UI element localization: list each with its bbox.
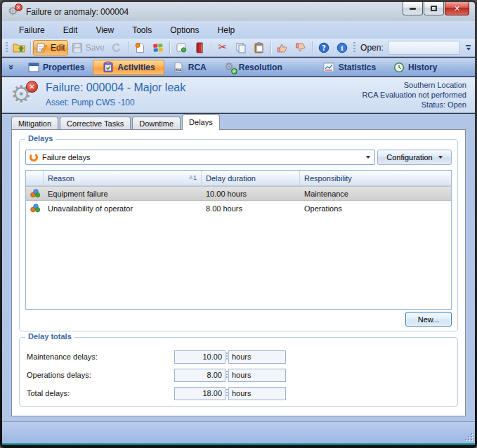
approve-button[interactable] — [273, 40, 292, 55]
column-header-reason[interactable]: Reason ▲ 1 — [44, 171, 202, 185]
close-icon: ✕ — [454, 4, 460, 13]
subtab-downtime[interactable]: Downtime — [132, 117, 181, 130]
subtab-mitigation[interactable]: Mitigation — [11, 117, 58, 130]
tab-statistics[interactable]: Statistics — [315, 60, 384, 75]
tab-resolution[interactable]: ⚙ ✔ Resolution — [215, 60, 291, 75]
close-button[interactable]: ✕ — [445, 2, 469, 15]
navigate-back-button[interactable] — [10, 40, 28, 55]
open-label: Open: — [360, 43, 384, 53]
record-location: Southern Location — [362, 80, 466, 90]
delay-totals-group-label: Delay totals — [25, 332, 74, 341]
responsibility-header-label: Responsibility — [304, 174, 352, 183]
combo-arrow-icon — [366, 156, 370, 159]
note-icon — [175, 41, 188, 53]
maximize-button[interactable] — [424, 2, 444, 15]
new-button[interactable]: New... — [405, 312, 452, 327]
svg-text:?: ? — [322, 44, 326, 51]
reject-button[interactable] — [292, 40, 310, 55]
toolbar-grip[interactable] — [353, 42, 355, 53]
refresh-button[interactable] — [107, 40, 126, 55]
failure-gear-icon-large: ⚙ ✕ — [11, 82, 37, 109]
help-button[interactable]: ? — [315, 40, 333, 55]
total-delays-label: Total delays: — [27, 389, 174, 397]
tab-history-label: History — [408, 62, 437, 72]
column-header-responsibility[interactable]: Responsibility — [300, 171, 451, 185]
open-combobox[interactable] — [388, 41, 460, 55]
log-button[interactable] — [190, 40, 209, 55]
menu-help[interactable]: Help — [211, 23, 242, 37]
column-header-icon[interactable] — [26, 171, 44, 185]
minimize-button[interactable] — [403, 2, 423, 15]
field-splitter[interactable] — [226, 389, 228, 397]
info-button[interactable]: i — [333, 40, 351, 55]
delay-filter-combobox[interactable]: Failure delays — [25, 150, 375, 165]
delay-row-icon — [26, 189, 44, 198]
record-status: Status: Open — [362, 100, 466, 110]
copy-button[interactable] — [232, 40, 250, 55]
delay-totals-groupbox: Delay totals Maintenance delays: 10.00 h… — [19, 337, 458, 407]
tab-rca[interactable]: RCA RCA — [164, 60, 215, 75]
collapse-chevrons-button[interactable]: » — [5, 60, 19, 74]
info-icon: i — [336, 41, 348, 53]
activities-clipboard-icon — [102, 61, 114, 73]
cell-duration: 10.00 hours — [202, 190, 300, 198]
maintenance-delays-value[interactable]: 10.00 — [174, 350, 226, 364]
toolbar-separator — [270, 41, 271, 54]
window-controls: ✕ — [402, 2, 469, 15]
system-button[interactable] — [149, 40, 167, 55]
menu-view[interactable]: View — [89, 23, 121, 37]
field-splitter[interactable] — [226, 371, 228, 379]
delay-filter-value: Failure delays — [42, 153, 366, 162]
tab-activities-label: Activities — [117, 62, 155, 72]
note-button[interactable] — [172, 40, 190, 55]
field-splitter[interactable] — [226, 353, 228, 361]
maintenance-delays-label: Maintenance delays: — [27, 353, 174, 361]
sort-order-number: 1 — [193, 173, 197, 183]
operations-delays-value[interactable]: 8.00 — [174, 369, 226, 382]
total-delays-value[interactable]: 18.00 — [174, 387, 226, 400]
table-row[interactable]: Unavailability of operator 8.00 hours Op… — [26, 201, 451, 216]
history-clock-icon — [393, 61, 405, 73]
table-row[interactable]: Equipment failure 10.00 hours Maintenanc… — [26, 186, 451, 201]
cell-duration: 8.00 hours — [202, 204, 300, 213]
menu-failure[interactable]: Failure — [12, 23, 52, 37]
edit-button[interactable]: Edit — [33, 40, 68, 55]
totals-row-operations: Operations delays: 8.00 hours — [27, 368, 450, 382]
cell-responsibility: Operations — [300, 204, 451, 213]
sort-indicator: ▲ 1 — [189, 173, 197, 183]
svg-text:i: i — [341, 44, 344, 52]
tab-activities[interactable]: Activities — [93, 60, 164, 75]
configuration-button-label: Configuration — [386, 153, 432, 162]
subtab-corrective-tasks[interactable]: Corrective Tasks — [60, 117, 131, 130]
save-button[interactable]: Save — [68, 40, 107, 55]
resize-grip[interactable] — [463, 431, 472, 440]
tab-properties-label: Properties — [43, 62, 84, 72]
menu-tools[interactable]: Tools — [125, 23, 159, 37]
paste-button[interactable] — [250, 40, 268, 55]
column-header-duration[interactable]: Delay duration — [202, 171, 300, 185]
toolbar-grip[interactable] — [6, 42, 8, 53]
refresh-icon — [110, 41, 123, 53]
delays-table-header: Reason ▲ 1 Delay duration Responsibility — [26, 171, 451, 186]
main-tab-strip: » Properties Activities RCA RCA ⚙ ✔ Reso… — [2, 58, 475, 77]
toolbar-separator — [30, 41, 31, 54]
menu-edit[interactable]: Edit — [56, 23, 85, 37]
toolbar-overflow-button[interactable] — [463, 40, 473, 55]
cut-button[interactable]: ✂ — [214, 40, 232, 55]
tab-properties[interactable]: Properties — [19, 60, 93, 75]
record-rca-status: RCA Evaluation not performed — [362, 90, 466, 100]
operations-delays-unit[interactable]: hours — [228, 369, 286, 382]
tab-resolution-label: Resolution — [239, 62, 282, 72]
configuration-button[interactable]: Configuration — [377, 150, 452, 165]
tab-history[interactable]: History — [384, 60, 445, 75]
configuration-arrow-icon — [438, 156, 443, 159]
cell-responsibility: Maintenance — [300, 190, 451, 198]
total-delays-unit[interactable]: hours — [228, 387, 286, 400]
copy-icon — [235, 41, 247, 53]
error-badge-icon: ✕ — [26, 81, 38, 93]
new-item-button[interactable] — [131, 40, 149, 55]
menu-options[interactable]: Options — [163, 23, 206, 37]
subtab-delays[interactable]: Delays — [182, 114, 220, 130]
toolbar: Edit Save — [2, 39, 475, 57]
maintenance-delays-unit[interactable]: hours — [228, 350, 286, 364]
